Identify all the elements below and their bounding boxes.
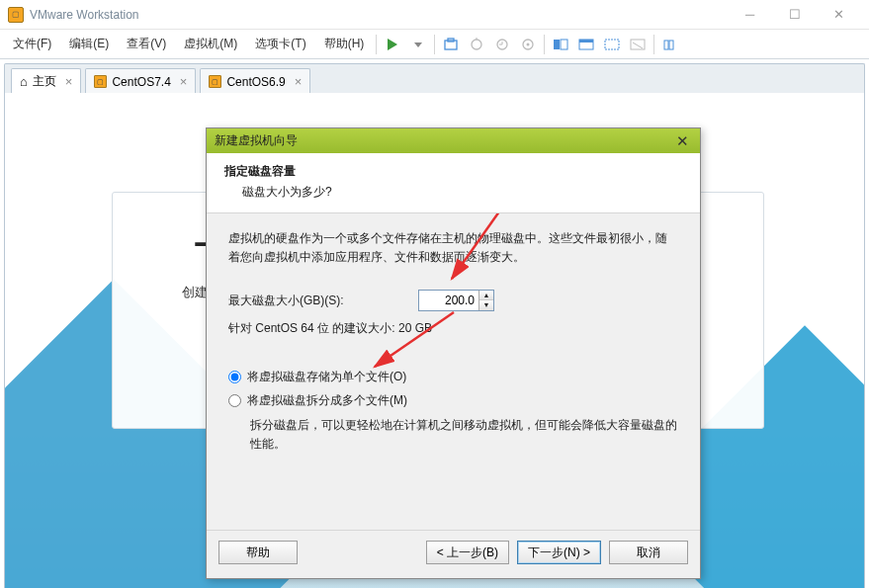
menu-view[interactable]: 查看(V) xyxy=(118,32,175,56)
tab-label: 主页 xyxy=(33,73,56,90)
separator xyxy=(434,35,435,54)
new-vm-wizard-dialog: 新建虚拟机向导 ✕ 指定磁盘容量 磁盘大小为多少? 虚拟机的硬盘作为一个或多个文… xyxy=(206,127,701,579)
close-icon[interactable]: × xyxy=(180,74,188,89)
menu-file[interactable]: 文件(F) xyxy=(4,32,60,56)
tab-label: CentOS7.4 xyxy=(112,75,170,89)
close-icon[interactable]: × xyxy=(65,74,73,89)
disk-size-spinner[interactable]: ▲ ▼ xyxy=(418,290,494,311)
dialog-header: 指定磁盘容量 磁盘大小为多少? xyxy=(207,153,700,213)
separator xyxy=(376,35,377,54)
library-icon[interactable] xyxy=(659,34,681,55)
dropdown-icon[interactable] xyxy=(407,34,429,55)
menu-edit[interactable]: 编辑(E) xyxy=(60,32,118,56)
cancel-button[interactable]: 取消 xyxy=(609,541,688,564)
maximize-button[interactable]: ☐ xyxy=(772,1,817,29)
separator xyxy=(544,35,545,54)
view-thumbnail-icon[interactable] xyxy=(550,34,571,55)
recommended-size-text: 针对 CentOS 64 位 的建议大小: 20 GB xyxy=(228,319,678,338)
minimize-button[interactable]: ─ xyxy=(728,1,772,29)
tab-home[interactable]: ⌂ 主页 × xyxy=(11,68,81,94)
window-title: VMware Workstation xyxy=(30,8,728,22)
radio-single-file[interactable]: 将虚拟磁盘存储为单个文件(O) xyxy=(228,368,678,386)
snapshot-revert-icon[interactable] xyxy=(491,34,513,55)
svg-line-15 xyxy=(633,42,643,48)
svg-marker-0 xyxy=(388,39,397,50)
dialog-subheading: 磁盘大小为多少? xyxy=(242,184,682,201)
snapshot-icon[interactable] xyxy=(440,34,462,55)
svg-marker-1 xyxy=(414,42,422,47)
dialog-close-button[interactable]: ✕ xyxy=(672,132,692,150)
vm-icon: ▢ xyxy=(94,75,107,88)
dialog-heading: 指定磁盘容量 xyxy=(224,163,682,180)
menubar: 文件(F) 编辑(E) 查看(V) 虚拟机(M) 选项卡(T) 帮助(H) xyxy=(0,30,869,59)
dialog-content: 虚拟机的硬盘作为一个或多个文件存储在主机的物理磁盘中。这些文件最初很小，随着您向… xyxy=(207,213,700,530)
close-button[interactable]: ✕ xyxy=(817,1,861,29)
tab-label: CentOS6.9 xyxy=(226,75,285,89)
disk-size-input[interactable] xyxy=(419,291,478,310)
menu-help[interactable]: 帮助(H) xyxy=(315,32,374,56)
help-button[interactable]: 帮助 xyxy=(218,541,298,564)
radio-label: 将虚拟磁盘拆分成多个文件(M) xyxy=(247,391,407,410)
svg-rect-10 xyxy=(561,40,567,49)
tabbar: ⌂ 主页 × ▢ CentOS7.4 × ▢ CentOS6.9 × xyxy=(4,63,865,93)
main-area: + 创建新的 ☁ VMware ud Air 新建虚拟机向导 ✕ 指定磁盘容量 … xyxy=(4,93,865,588)
window-controls: ─ ☐ ✕ xyxy=(728,1,861,29)
radio-single-input[interactable] xyxy=(228,371,241,383)
view-fullscreen-icon[interactable] xyxy=(601,34,623,55)
spin-up-button[interactable]: ▲ xyxy=(479,291,493,300)
menu-tabs[interactable]: 选项卡(T) xyxy=(246,32,314,56)
svg-rect-9 xyxy=(554,40,560,49)
menu-vm[interactable]: 虚拟机(M) xyxy=(175,32,246,56)
svg-rect-12 xyxy=(579,40,593,42)
tab-centos74[interactable]: ▢ CentOS7.4 × xyxy=(85,68,196,94)
tab-centos69[interactable]: ▢ CentOS6.9 × xyxy=(200,68,310,94)
dialog-titlebar[interactable]: 新建虚拟机向导 ✕ xyxy=(207,128,700,153)
dialog-footer: 帮助 < 上一步(B) 下一步(N) > 取消 xyxy=(207,531,700,578)
snapshot-take-icon[interactable] xyxy=(466,34,487,55)
vm-icon: ▢ xyxy=(209,75,221,88)
svg-rect-13 xyxy=(605,40,619,49)
radio-multi-input[interactable] xyxy=(228,394,241,407)
titlebar: ▢ VMware Workstation ─ ☐ ✕ xyxy=(0,0,869,30)
spin-down-button[interactable]: ▼ xyxy=(479,300,493,310)
separator xyxy=(653,35,654,54)
dialog-description: 虚拟机的硬盘作为一个或多个文件存储在主机的物理磁盘中。这些文件最初很小，随着您向… xyxy=(228,229,678,266)
play-icon[interactable] xyxy=(382,34,403,55)
app-icon: ▢ xyxy=(8,7,24,23)
close-icon[interactable]: × xyxy=(295,74,303,89)
next-button[interactable]: 下一步(N) > xyxy=(517,541,601,564)
disk-size-label: 最大磁盘大小(GB)(S): xyxy=(228,292,406,310)
view-unity-icon[interactable] xyxy=(575,34,597,55)
radio-multi-file[interactable]: 将虚拟磁盘拆分成多个文件(M) xyxy=(228,391,678,410)
home-icon: ⌂ xyxy=(20,74,28,89)
svg-point-8 xyxy=(527,42,530,45)
dialog-title: 新建虚拟机向导 xyxy=(215,132,298,149)
svg-rect-17 xyxy=(669,41,673,49)
back-button[interactable]: < 上一步(B) xyxy=(426,541,509,564)
svg-point-4 xyxy=(472,40,481,49)
radio-note: 拆分磁盘后，可以更轻松地在计算机之间移动虚拟机，但可能会降低大容量磁盘的性能。 xyxy=(250,416,678,453)
radio-label: 将虚拟磁盘存储为单个文件(O) xyxy=(247,368,406,386)
snapshot-manage-icon[interactable] xyxy=(517,34,539,55)
view-exclusive-icon[interactable] xyxy=(627,34,649,55)
svg-rect-16 xyxy=(664,41,668,49)
